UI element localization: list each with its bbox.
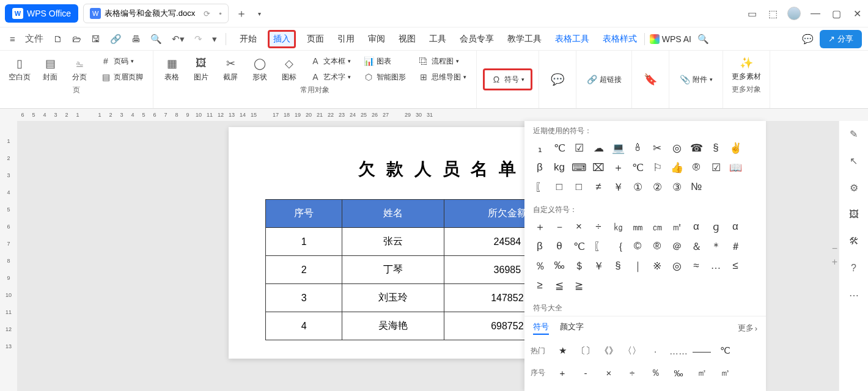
settings-sliders-icon[interactable]: ⚙ (847, 181, 861, 194)
symbol-cell[interactable]: ＊ (707, 237, 725, 255)
symbol-cell[interactable]: ☑ (570, 139, 588, 157)
header-footer-button[interactable]: ▤页眉页脚 (97, 70, 147, 84)
smartgraphic-button[interactable]: ⬡智能图形 (359, 70, 410, 84)
tab-table-style[interactable]: 表格样式 (600, 30, 639, 48)
symbol-cell[interactable]: ⑥ (669, 386, 688, 391)
blank-page-button[interactable]: ▯空白页 (6, 55, 33, 84)
more-symbols-link[interactable]: 更多› (738, 321, 757, 335)
open-file-icon[interactable]: 🗁 (68, 31, 85, 46)
symbol-cell[interactable]: ￥ (609, 178, 627, 196)
flowchart-button[interactable]: ⿻流程图▾ (414, 54, 470, 68)
tab-view[interactable]: 视图 (396, 30, 418, 48)
symbol-cell[interactable]: × (570, 217, 588, 236)
redo-icon[interactable]: ↷ (191, 31, 206, 47)
symbol-cell[interactable]: ℃ (715, 342, 735, 359)
symbol-cell[interactable]: · (645, 342, 665, 359)
symbol-cell[interactable]: × (599, 364, 619, 381)
symbol-cell[interactable]: ㎜ (628, 217, 647, 236)
symbol-cell[interactable]: 💻 (609, 139, 627, 157)
symbol-cell[interactable]: ② (648, 178, 666, 196)
package-icon[interactable]: ⬚ (767, 7, 779, 20)
symbol-cell[interactable]: ㎝ (648, 217, 666, 236)
document-tab[interactable]: W 表格编号和金额大写.docx ⟳ • (83, 4, 229, 23)
help-icon[interactable]: ? (847, 261, 861, 275)
link-icon[interactable]: 🔗 (106, 31, 125, 47)
symbol-cell[interactable]: 《》 (599, 342, 619, 359)
textbox-button[interactable]: A文本框▾ (306, 54, 355, 68)
share-button[interactable]: ↗ 分享 (820, 30, 862, 48)
symbol-cell[interactable]: ㎏ (609, 217, 627, 236)
symbol-cell[interactable]: 👍 (668, 158, 686, 177)
symbol-cell[interactable]: 🕯 (628, 139, 647, 157)
table-cell[interactable]: 3 (266, 284, 342, 312)
symbol-cell[interactable]: ☁ (589, 139, 608, 157)
symbol-cell[interactable]: 📖 (726, 158, 745, 177)
symbol-cell[interactable]: ☑ (707, 158, 725, 177)
symbol-cell[interactable]: ◎ (668, 257, 686, 275)
attachment-button[interactable]: 📎附件▾ (675, 73, 716, 86)
symbol-cell[interactable]: ★ (553, 342, 572, 359)
table-cell[interactable]: 丁琴 (342, 256, 444, 284)
symbol-cell[interactable]: ＆ (687, 237, 705, 255)
symbol-cell[interactable]: ※ (648, 257, 666, 275)
symbol-cell[interactable]: ☎ (687, 139, 705, 157)
symbol-cell[interactable]: ≠ (589, 178, 608, 196)
symbol-cell[interactable]: ≥ (531, 276, 549, 294)
symbol-cell[interactable]: kg (550, 158, 568, 177)
more-material-button[interactable]: ✨更多素材 (729, 54, 763, 83)
window-close-icon[interactable]: ✕ (851, 7, 863, 20)
emoticons-tab[interactable]: 颜文字 (560, 321, 584, 335)
pencil-icon[interactable]: ✎ (847, 127, 861, 141)
zoom-in-icon[interactable]: + (832, 257, 837, 268)
save-icon[interactable]: 🖫 (87, 31, 104, 46)
symbol-cell[interactable]: θ (550, 237, 568, 255)
symbol-cell[interactable]: 〔〕 (576, 342, 595, 359)
symbol-cell[interactable]: ③ (668, 178, 686, 196)
symbol-cell[interactable]: § (707, 139, 725, 157)
symbol-cell[interactable]: □ (570, 178, 588, 196)
tab-close-icon[interactable]: • (219, 9, 222, 18)
symbol-cell[interactable]: β (531, 237, 549, 255)
arttext-button[interactable]: A艺术字▾ (306, 70, 355, 84)
symbol-cell[interactable]: ① (628, 178, 647, 196)
symbol-cell[interactable]: ＄ (570, 257, 588, 275)
symbol-cell[interactable]: α (687, 217, 705, 236)
image-tool-icon[interactable]: 🖼 (847, 208, 861, 221)
file-menu[interactable]: 文件 (21, 31, 47, 47)
symbol-cell[interactable]: □ (550, 178, 568, 196)
symbol-cell[interactable]: ÷ (589, 217, 608, 236)
symbol-cell[interactable]: ⌧ (589, 158, 608, 177)
symbol-cell[interactable]: - (576, 364, 595, 381)
cursor-icon[interactable]: ↖ (847, 154, 861, 167)
picture-button[interactable]: 🖼图片 (189, 55, 213, 84)
cover-button[interactable]: ▤封面 (38, 55, 62, 84)
symbols-tab[interactable]: 符号 (533, 321, 549, 335)
symbol-cell[interactable]: ㎡ (668, 217, 686, 236)
zoom-out-icon[interactable]: − (832, 243, 837, 254)
symbol-cell[interactable]: ㎥ (715, 364, 735, 381)
symbol-cell[interactable]: ￥ (589, 257, 608, 275)
table-cell[interactable]: 2 (266, 256, 342, 284)
symbol-cell[interactable]: ɡ (707, 217, 725, 236)
symbol-cell[interactable]: ％ (645, 364, 665, 381)
symbol-cell[interactable]: ⚐ (648, 158, 666, 177)
tab-member[interactable]: 会员专享 (457, 30, 496, 48)
symbol-cell[interactable]: ℃ (570, 237, 588, 255)
table-cell[interactable]: 张云 (342, 228, 444, 256)
mindmap-button[interactable]: ⊞思维导图▾ (414, 70, 470, 84)
tab-review[interactable]: 审阅 (366, 30, 388, 48)
symbol-cell[interactable]: α (726, 217, 745, 236)
tab-insert[interactable]: 插入 (268, 30, 296, 48)
symbol-cell[interactable]: —— (692, 342, 712, 359)
user-avatar[interactable] (787, 7, 801, 20)
icon-button[interactable]: ◇图标 (277, 55, 301, 84)
symbol-cell[interactable]: ＋ (609, 158, 627, 177)
table-cell[interactable]: 4 (266, 312, 342, 340)
app-badge[interactable]: W WPS Office (5, 4, 78, 23)
symbol-cell[interactable]: ⑤ (645, 386, 665, 391)
table-cell[interactable]: 吴海艳 (342, 312, 444, 340)
tab-start[interactable]: 开始 (237, 30, 259, 48)
symbol-cell[interactable]: № (687, 178, 705, 196)
symbol-cell[interactable]: 〖 (589, 237, 608, 255)
window-minimize-icon[interactable]: — (809, 7, 822, 20)
